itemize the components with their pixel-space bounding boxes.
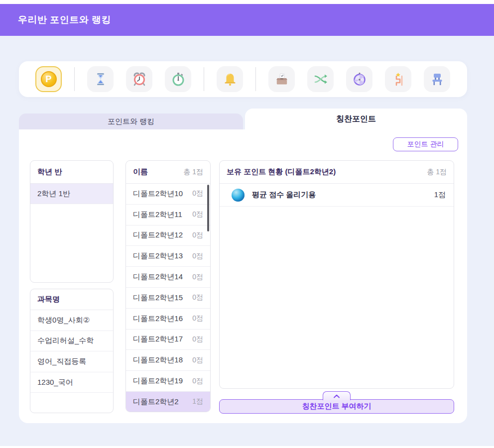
bottom-strip [0,446,494,448]
subject-row[interactable]: 수업리허설_수학 [30,331,113,352]
class-panel-header: 학년 반 [30,161,113,184]
chair-tool-button[interactable] [424,66,450,92]
chevron-up-icon [333,394,340,398]
subject-row-label: 학생0명_사회② [37,316,90,325]
stopwatch-icon [171,72,186,87]
students-list: 디폴트2학년10 0점 디폴트2학년11 0점 디폴트2학년12 0점 디폴트2… [126,184,210,412]
grant-praise-points-button[interactable]: 칭찬포인트 부여하기 [219,399,454,414]
point-item-label: 평균 점수 올리기용 [252,190,434,200]
student-row[interactable]: 디폴트2학년11 0점 [126,205,210,225]
student-row[interactable]: 디폴트2학년10 0점 [126,184,210,205]
student-row[interactable]: 디폴트2학년16 0점 [126,309,210,330]
expand-drawer-handle[interactable] [323,391,351,400]
praise-points-content: 포인트 관리 학년 반 2학년 1반 과목명 학생0명_사회② 수업리 [19,129,467,423]
top-strip [0,0,494,4]
planet-icon [232,189,245,202]
student-name: 디폴트2학년18 [133,355,183,365]
student-name: 디폴트2학년10 [133,189,183,199]
hourglass-icon [93,72,108,87]
student-name: 디폴트2학년14 [133,272,183,282]
student-name: 디폴트2학년13 [133,251,183,261]
student-row[interactable]: 디폴트2학년17 0점 [126,330,210,350]
subject-row-label: 영어_직접등록 [37,357,86,366]
toolbar-divider [74,67,75,91]
tools-toolbar: P [19,61,467,97]
subject-row[interactable]: 영어_직접등록 [30,351,113,372]
ballot-box-tool-button[interactable] [268,66,295,92]
owned-points-title: 보유 포인트 현황 (디폴트2학년2) [227,167,336,177]
roulette-tool-button[interactable] [346,66,372,92]
coin-p-icon: P [41,71,57,87]
student-points: 0점 [192,293,203,302]
student-points: 0점 [192,273,203,282]
subject-row[interactable]: 학생0명_사회② [30,310,113,331]
student-row[interactable]: 디폴트2학년19 0점 [126,371,210,392]
student-row[interactable]: 디폴트2학년2 1점 [126,392,210,412]
student-name: 디폴트2학년2 [133,397,179,407]
points-ranking-window: 우리반 포인트와 랭킹 P [0,0,494,448]
tab-points-ranking[interactable]: 포인트와 랭킹 [19,113,243,129]
bell-tool-button[interactable] [217,66,243,92]
student-points: 0점 [192,189,203,198]
subject-panel-title: 과목명 [37,295,60,304]
student-name: 디폴트2학년17 [133,335,183,344]
student-points: 0점 [192,377,203,386]
students-panel-title: 이름 [133,167,148,177]
subject-row[interactable]: 1230_국어 [30,372,113,393]
subject-row-label: 1230_국어 [37,378,73,387]
student-name: 디폴트2학년16 [133,314,183,324]
class-list: 2학년 1반 [30,184,113,204]
student-name: 디폴트2학년12 [133,230,183,240]
owned-points-total: 총 1점 [427,168,447,177]
shuffle-tool-button[interactable] [307,66,334,92]
alarm-clock-icon [132,72,147,87]
student-points: 0점 [192,335,203,344]
toolbar-divider [255,67,256,91]
student-row[interactable]: 디폴트2학년12 0점 [126,225,210,246]
students-panel-header: 이름 총 1점 [126,161,210,184]
student-row[interactable]: 디폴트2학년14 0점 [126,267,210,288]
points-tool-button[interactable]: P [35,66,62,92]
student-points: 0점 [192,252,203,261]
students-scrollbar[interactable] [207,185,209,231]
stopwatch-tool-button[interactable] [165,66,191,92]
subject-panel-header: 과목명 [30,289,113,310]
students-panel: 이름 총 1점 디폴트2학년10 0점 디폴트2학년11 0점 디폴트2학년12… [125,160,211,412]
bell-icon [223,72,238,87]
point-item-row[interactable]: 평균 점수 올리기용 1점 [220,184,454,207]
ladder-game-icon [391,72,406,87]
student-points: 1점 [192,397,203,406]
class-row-label: 2학년 1반 [37,189,70,199]
student-name: 디폴트2학년19 [133,376,183,386]
ballot-box-icon [274,72,289,87]
student-row[interactable]: 디폴트2학년13 0점 [126,246,210,267]
student-points: 0점 [192,210,203,219]
tab-label: 포인트와 랭킹 [108,117,154,126]
subject-row-label: 수업리허설_수학 [37,336,94,345]
subject-list: 학생0명_사회② 수업리허설_수학 영어_직접등록 1230_국어 [30,310,113,413]
student-name: 디폴트2학년15 [133,293,183,303]
alarm-clock-tool-button[interactable] [126,66,152,92]
owned-points-header: 보유 포인트 현황 (디폴트2학년2) 총 1점 [220,161,454,184]
point-item-value: 1점 [434,190,446,200]
student-row[interactable]: 디폴트2학년18 0점 [126,350,210,371]
subject-row[interactable] [30,393,113,413]
hourglass-tool-button[interactable] [87,66,114,92]
student-points: 0점 [192,231,203,240]
owned-points-panel: 보유 포인트 현황 (디폴트2학년2) 총 1점 평균 점수 올리기용 1점 [219,160,454,389]
manage-points-button[interactable]: 포인트 관리 [393,137,458,151]
subject-panel: 과목명 학생0명_사회② 수업리허설_수학 영어_직접등록 1230_국어 [30,289,114,413]
students-total: 총 1점 [183,168,203,177]
shuffle-icon [313,72,328,87]
toolbar-divider [204,67,204,91]
app-header: 우리반 포인트와 랭킹 [0,4,494,36]
chair-icon [430,72,445,87]
ladder-game-tool-button[interactable] [385,66,411,92]
class-panel: 학년 반 2학년 1반 [30,160,114,283]
student-row[interactable]: 디폴트2학년15 0점 [126,288,210,309]
tab-praise-points[interactable]: 칭찬포인트 [245,109,467,129]
student-name: 디폴트2학년11 [133,210,182,220]
class-row[interactable]: 2학년 1반 [30,184,113,204]
student-points: 0점 [192,356,203,365]
tab-label: 칭찬포인트 [336,114,376,124]
